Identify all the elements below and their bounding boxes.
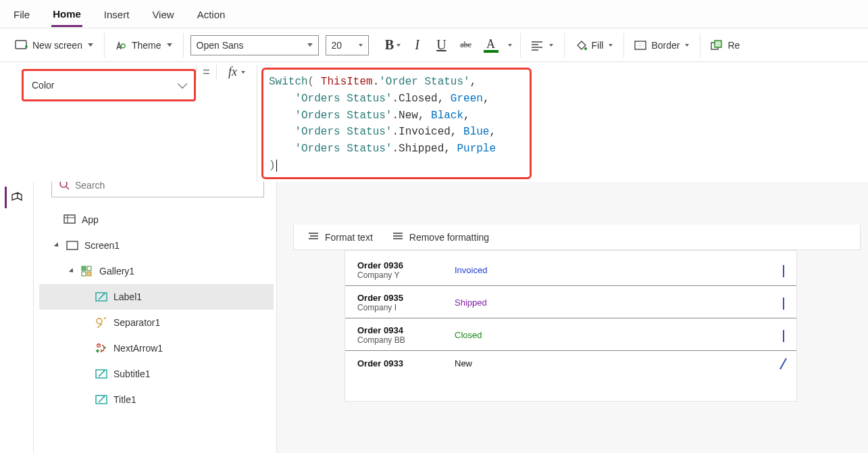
formula-token: ,: [483, 93, 490, 105]
tree-node-screen1[interactable]: Screen1: [39, 233, 274, 258]
fill-icon: [574, 39, 588, 52]
chevron-down-icon: [609, 44, 613, 47]
formula-token: 'Order Status': [379, 76, 469, 88]
next-arrow[interactable]: [783, 265, 784, 276]
gallery-status: Invoiced: [455, 265, 515, 275]
menu-view[interactable]: View: [151, 2, 175, 26]
formula-token: ,: [463, 110, 470, 122]
formula-token: .Shipped,: [392, 143, 457, 155]
format-text-label: Format text: [325, 232, 373, 243]
app-icon: [63, 213, 76, 226]
theme-button[interactable]: Theme: [111, 36, 175, 55]
tree-node-label: Separator1: [113, 317, 160, 328]
next-arrow[interactable]: [783, 330, 784, 341]
svg-rect-6: [64, 215, 75, 223]
tree-node-label1[interactable]: Label1: [39, 284, 274, 310]
gallery-preview: Order 0936 Company Y Invoiced Order 0935…: [344, 250, 797, 402]
chevron-down-icon: [359, 44, 363, 47]
property-formula-bar: Color = fx Switch( ThisItem.'Order Statu…: [0, 62, 868, 182]
gallery-subtitle: Company Y: [357, 270, 445, 280]
tree-node-subtitle1[interactable]: Subtitle1: [39, 361, 274, 387]
chevron-right-icon: [780, 358, 787, 370]
tree-node-label: Screen1: [84, 240, 120, 251]
fill-label: Fill: [592, 40, 604, 51]
tree-node-label: Label1: [113, 291, 142, 302]
tree-node-label: Title1: [113, 394, 136, 405]
gallery-subtitle: Company BB: [357, 335, 445, 345]
align-button[interactable]: [528, 36, 556, 55]
formula-token: [269, 143, 295, 155]
new-screen-button[interactable]: New screen: [12, 36, 96, 55]
svg-point-14: [97, 318, 102, 324]
text-caret: [276, 160, 277, 172]
gallery-row[interactable]: Order 0934 Company BB Closed: [345, 318, 796, 351]
svg-rect-9: [87, 266, 91, 270]
tree-node-nextarrow1[interactable]: NextArrow1: [39, 335, 274, 361]
font-size-select[interactable]: 20: [326, 35, 369, 55]
border-icon: [634, 39, 647, 52]
formula-token: .Closed,: [392, 93, 450, 105]
menu-insert[interactable]: Insert: [103, 2, 131, 26]
formula-format-bar: Format text Remove formatting: [293, 224, 861, 250]
expander-icon: [54, 242, 60, 248]
equals-label: =: [196, 65, 216, 79]
formula-token: [269, 110, 295, 122]
strikethrough-button[interactable]: abc: [457, 36, 476, 55]
fx-label: fx: [228, 65, 237, 79]
tree-node-separator1[interactable]: Separator1: [39, 310, 274, 335]
chevron-down-icon: [178, 79, 187, 89]
formula-editor[interactable]: Switch( ThisItem.'Order Status', 'Orders…: [261, 68, 532, 179]
property-select[interactable]: Color: [22, 69, 196, 101]
tree-node-app[interactable]: App: [39, 207, 274, 233]
font-value: Open Sans: [197, 40, 244, 51]
fx-button[interactable]: fx: [216, 65, 257, 79]
font-select[interactable]: Open Sans: [190, 35, 319, 55]
formula-token: [269, 126, 295, 138]
tree-node-label: Subtitle1: [113, 368, 150, 379]
property-value: Color: [32, 80, 54, 91]
border-button[interactable]: Border: [631, 36, 692, 55]
format-text-button[interactable]: Format text: [307, 231, 373, 243]
formula-token: .New,: [392, 110, 431, 122]
formula-token: 'Orders Status': [295, 110, 392, 122]
gallery-row[interactable]: Order 0935 Company I Shipped: [345, 286, 796, 318]
italic-button[interactable]: I: [408, 36, 427, 55]
new-screen-icon: [15, 39, 28, 52]
menu-file[interactable]: File: [12, 2, 31, 26]
format-text-icon: [307, 231, 320, 243]
formula-token: .Invoiced,: [392, 126, 463, 138]
svg-point-19: [103, 396, 105, 398]
bold-button[interactable]: B: [384, 36, 403, 55]
gallery-row[interactable]: Order 0933 New: [345, 351, 796, 374]
gallery-row[interactable]: Order 0936 Company Y Invoiced: [345, 254, 796, 286]
gallery-subtitle: Company I: [357, 303, 445, 312]
reorder-button[interactable]: Re: [707, 36, 742, 55]
svg-point-17: [103, 371, 105, 372]
gallery-title: Order 0935: [357, 293, 445, 303]
remove-formatting-icon: [392, 231, 404, 243]
tree: App Screen1 Gallery1 Label: [34, 207, 276, 412]
label-icon: [95, 367, 108, 381]
chevron-down-icon: [307, 43, 313, 47]
tree-node-label: App: [82, 214, 99, 225]
svg-rect-8: [82, 266, 86, 270]
formula-token: [269, 93, 295, 105]
remove-formatting-button[interactable]: Remove formatting: [392, 231, 489, 243]
formula-token: ): [269, 160, 276, 172]
underline-button[interactable]: U: [432, 36, 451, 55]
next-arrow[interactable]: [780, 358, 787, 368]
menu-home[interactable]: Home: [51, 1, 82, 27]
formula-token: ThisItem: [314, 76, 372, 88]
rail-tree-view[interactable]: [5, 187, 26, 208]
align-icon: [530, 39, 544, 52]
svg-rect-10: [82, 272, 86, 276]
fill-button[interactable]: Fill: [571, 36, 616, 55]
tree-node-title1[interactable]: Title1: [39, 387, 274, 412]
next-arrow[interactable]: [783, 297, 784, 308]
label-icon: [95, 290, 108, 304]
theme-label: Theme: [132, 40, 161, 51]
font-size-value: 20: [332, 40, 342, 51]
menu-action[interactable]: Action: [196, 2, 227, 26]
font-color-button[interactable]: A: [481, 35, 501, 55]
tree-node-gallery1[interactable]: Gallery1: [39, 258, 274, 284]
